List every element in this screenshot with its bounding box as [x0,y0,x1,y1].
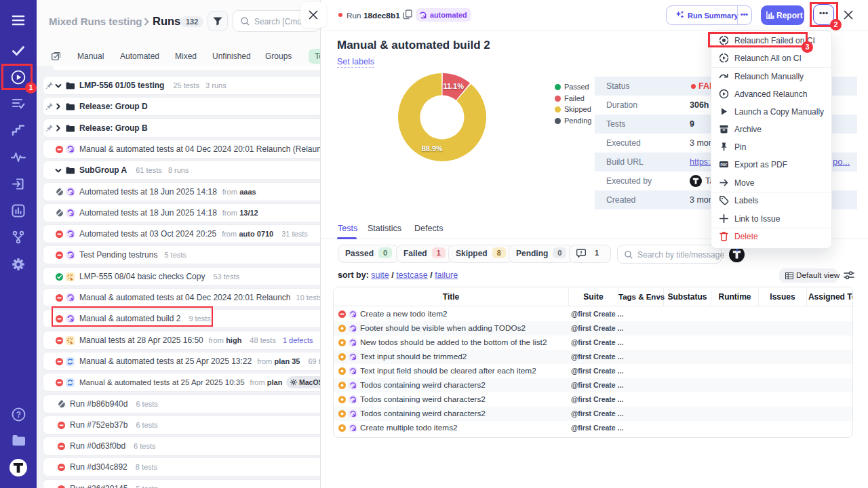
svg-text:?: ? [16,410,20,420]
svg-text:11.1%: 11.1% [443,82,464,90]
svg-text:PDF: PDF [721,163,728,167]
svg-text:88.9%: 88.9% [422,144,443,152]
